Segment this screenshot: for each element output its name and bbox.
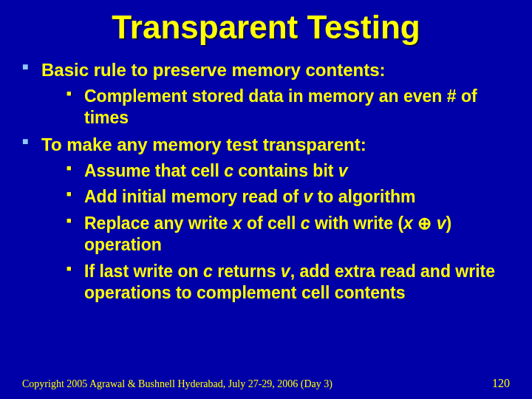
sub-item: Add initial memory read of v to algorith… [66, 186, 510, 208]
sub-list: Assume that cell c contains bit v Add in… [41, 160, 510, 304]
sub-text: Assume that cell c contains bit v [84, 160, 510, 182]
bullet-item: To make any memory test transparent: Ass… [22, 134, 510, 304]
bullet-item: Basic rule to preserve memory contents: … [22, 59, 510, 129]
sub-item: If last write on c returns v, add extra … [66, 261, 510, 304]
bullet-list: Basic rule to preserve memory contents: … [22, 59, 510, 304]
bullet-text: Basic rule to preserve memory contents: [41, 59, 510, 81]
sub-item: Replace any write x of cell c with write… [66, 213, 510, 256]
sub-item: Assume that cell c contains bit v [66, 160, 510, 182]
sub-text: If last write on c returns v, add extra … [84, 261, 510, 304]
slide-title: Transparent Testing [22, 9, 510, 46]
sub-text: Replace any write x of cell c with write… [84, 213, 510, 256]
sub-text: Add initial memory read of v to algorith… [84, 186, 510, 208]
slide: Transparent Testing Basic rule to preser… [0, 0, 532, 399]
sub-item: Complement stored data in memory an even… [66, 86, 510, 129]
page-number: 120 [492, 377, 510, 390]
footer-text: Copyright 2005 Agrawal & Bushnell Hydera… [22, 378, 332, 390]
sub-text: Complement stored data in memory an even… [84, 86, 510, 129]
bullet-text: To make any memory test transparent: [41, 134, 510, 156]
sub-list: Complement stored data in memory an even… [41, 86, 510, 129]
